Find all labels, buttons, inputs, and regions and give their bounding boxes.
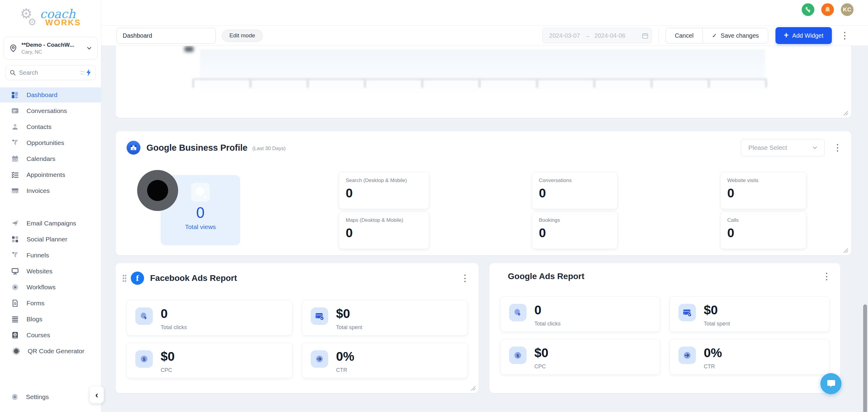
sidebar-item-email-campaigns[interactable]: Email Campaigns (0, 216, 101, 231)
stat-value: 0 (539, 186, 611, 200)
gads-stat-card-ctr: 0% CTR (670, 339, 830, 375)
stat-value: 0% (336, 350, 354, 363)
document-icon (11, 299, 19, 308)
edit-mode-badge[interactable]: Edit mode (222, 30, 263, 42)
chevron-left-icon: ‹ (95, 390, 98, 400)
stat-value: 0 (161, 308, 187, 320)
funnel-icon (11, 139, 19, 147)
stat-value: $0 (336, 308, 362, 320)
sidebar-item-appointments[interactable]: Appointments (0, 167, 101, 182)
resize-handle-icon[interactable] (470, 385, 475, 390)
settings-label: Settings (26, 393, 49, 401)
quick-lines-decoration (80, 71, 84, 74)
chat-launcher-button[interactable] (820, 373, 841, 394)
google-ads-kebab-menu[interactable]: ⋮ (822, 272, 831, 281)
location-city: Cary, NC (22, 49, 86, 55)
gbp-stat-card-website-visits: Website visits 0 (720, 172, 807, 209)
sidebar-item-opportunities[interactable]: Opportunities (0, 135, 101, 150)
lightning-bolt-icon (85, 69, 92, 76)
stat-value: $0 (161, 350, 175, 363)
add-widget-label: Add Widget (792, 32, 824, 39)
search-bar (5, 65, 96, 80)
credit-card-icon (11, 187, 19, 195)
toolbar-divider (658, 29, 659, 42)
fb-stat-card-total-clicks: 0 Total clicks (127, 300, 292, 336)
stat-value: $0 (534, 347, 549, 359)
lines-icon (11, 315, 19, 323)
dollar-icon: $ (509, 347, 527, 364)
gbp-stat-card-maps: Maps (Desktop & Mobile) 0 (339, 212, 429, 249)
sidebar-item-label: Blogs (27, 316, 42, 323)
person-icon (11, 123, 19, 131)
gads-stat-card-cpc: $ $0 CPC (500, 339, 660, 375)
calendar-icon (641, 32, 649, 39)
vertical-scrollbar-thumb[interactable] (863, 305, 867, 412)
gads-stat-card-total-spent: $0 Total spent (670, 296, 830, 332)
sidebar-item-label: Social Planner (27, 236, 67, 243)
sidebar-item-forms[interactable]: Forms (0, 296, 101, 311)
toolbar-kebab-menu[interactable]: ⋮ (840, 31, 849, 40)
sidebar-item-qr-code-generator[interactable]: QR Code Generator (0, 344, 101, 359)
sidebar-item-websites[interactable]: Websites (0, 264, 101, 279)
sidebar-item-calendars[interactable]: Calendars (0, 151, 101, 166)
sidebar-item-workflows[interactable]: Workflows (0, 280, 101, 295)
sidebar-item-label: Conversations (27, 107, 67, 115)
resize-handle-icon[interactable] (843, 248, 848, 253)
dollar-icon: $ (135, 350, 153, 368)
chat-bubble-icon (826, 379, 836, 389)
sidebar-nav-secondary: Email Campaigns Social Planner Funnels W… (0, 216, 101, 359)
add-widget-button[interactable]: + Add Widget (775, 27, 832, 44)
stat-label: Conversations (539, 178, 611, 184)
topbar: KC (101, 0, 868, 26)
save-changes-button[interactable]: ✓ Save changes (703, 28, 768, 43)
arrow-right-icon (311, 350, 328, 368)
sidebar-nav-primary: Dashboard Conversations Contacts Opportu… (0, 87, 101, 199)
stat-label: Total spent (336, 324, 362, 330)
user-avatar[interactable]: KC (841, 3, 854, 16)
monitor-icon (11, 267, 19, 276)
sidebar-item-label: Dashboard (27, 91, 58, 99)
sidebar-item-label: Calendars (27, 155, 56, 162)
cancel-button[interactable]: Cancel (666, 28, 703, 43)
facebook-ads-widget: f Facebook Ads Report ⋮ 0 Total cl (116, 263, 478, 393)
sidebar-collapse-button[interactable]: ‹ (90, 386, 104, 403)
date-range-picker[interactable]: 2024-03-07 → 2024-04-06 (542, 28, 652, 43)
sidebar-item-funnels[interactable]: Funnels (0, 248, 101, 263)
phone-button[interactable] (802, 3, 814, 16)
sidebar-item-settings[interactable]: Settings (0, 389, 101, 405)
date-start: 2024-03-07 (549, 32, 580, 39)
stat-label: Search (Desktop & Mobile) (346, 178, 422, 184)
location-switcher[interactable]: **Demo - CoachW... Cary, NC (4, 37, 98, 60)
gears-icon: ⚙⚙ (20, 5, 41, 29)
qr-badge-icon (12, 347, 21, 355)
dashboard-name-input[interactable] (116, 28, 216, 44)
sidebar-item-dashboard[interactable]: Dashboard (0, 87, 101, 102)
sidebar-item-conversations[interactable]: Conversations (0, 103, 101, 119)
facebook-ads-kebab-menu[interactable]: ⋮ (461, 274, 470, 283)
notifications-button[interactable] (821, 3, 834, 16)
gbp-stat-card-bookings: Bookings 0 (532, 212, 618, 249)
sidebar-item-social-planner[interactable]: Social Planner (0, 232, 101, 247)
blurred-chart-widget (116, 46, 851, 118)
drag-handle-icon[interactable] (122, 274, 127, 282)
calendar-icon (11, 155, 19, 163)
main-content: G Google Business Profile (Last 30 Days)… (101, 46, 868, 412)
sidebar-item-label: Funnels (27, 252, 49, 259)
stat-value: 0 (727, 226, 800, 240)
fb-stat-card-total-spent: $0 Total spent (302, 300, 468, 336)
app-window: ⚙⚙ coach WORKS **Demo - CoachW... Cary, … (0, 0, 868, 412)
coachworks-logo: ⚙⚙ coach WORKS (0, 0, 101, 31)
sidebar-item-invoices[interactable]: Invoices (0, 183, 101, 198)
edit-mode-label: Edit mode (229, 32, 255, 39)
google-business-profile-widget: G Google Business Profile (Last 30 Days)… (116, 131, 851, 255)
sidebar-item-contacts[interactable]: Contacts (0, 119, 101, 134)
gbp-stat-card-search: Search (Desktop & Mobile) 0 (339, 172, 429, 209)
dashboard-toolbar: Edit mode 2024-03-07 → 2024-04-06 Cancel… (101, 26, 868, 46)
sidebar-item-courses[interactable]: Courses (0, 327, 101, 343)
sidebar-item-blogs[interactable]: Blogs (0, 312, 101, 327)
stat-label: Website visits (727, 178, 800, 184)
click-icon (135, 308, 153, 325)
location-pin-icon (9, 44, 18, 53)
resize-handle-icon[interactable] (843, 110, 848, 116)
search-input[interactable] (19, 69, 80, 76)
